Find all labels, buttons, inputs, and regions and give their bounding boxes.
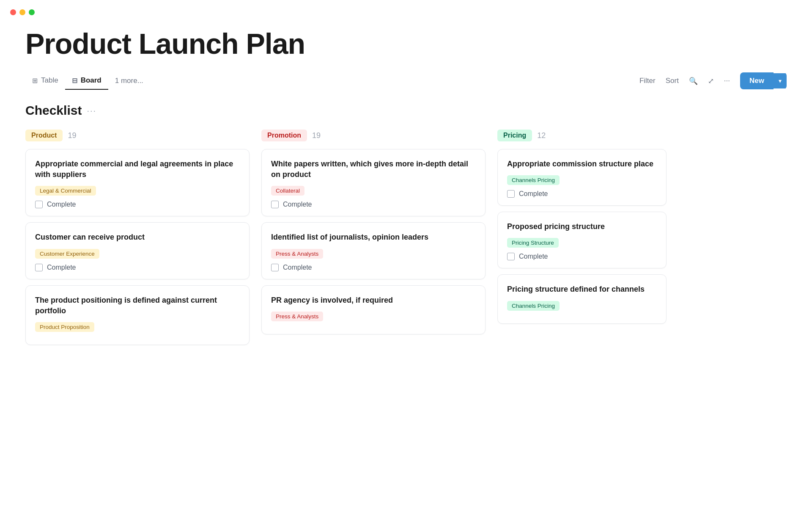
card-product-2-tag[interactable]: Customer Experience xyxy=(35,249,99,259)
card-promotion-3-tag[interactable]: Press & Analysts xyxy=(271,312,323,321)
card-promotion-2[interactable]: Identified list of journalists, opinion … xyxy=(261,222,486,279)
card-pricing-2-tag[interactable]: Pricing Structure xyxy=(507,238,559,248)
card-promotion-2-complete: Complete xyxy=(271,264,476,271)
product-tag[interactable]: Product xyxy=(25,130,63,141)
search-icon: 🔍 xyxy=(689,77,698,86)
card-product-3[interactable]: The product positioning is defined again… xyxy=(25,285,250,345)
new-dropdown-button[interactable]: ▾ xyxy=(774,73,787,88)
column-promotion: Promotion 19 White papers written, which… xyxy=(261,130,486,351)
expand-icon: ⤢ xyxy=(708,77,714,86)
card-product-2-checkbox[interactable] xyxy=(35,264,43,271)
traffic-lights xyxy=(0,0,812,15)
card-promotion-1[interactable]: White papers written, which gives more i… xyxy=(261,149,486,216)
expand-action[interactable]: ⤢ xyxy=(708,77,714,86)
card-pricing-3-title: Pricing structure defined for channels xyxy=(507,284,657,295)
card-product-1-tag[interactable]: Legal & Commercial xyxy=(35,186,96,196)
sort-action[interactable]: Sort xyxy=(666,77,679,85)
tab-table[interactable]: ⊞ Table xyxy=(25,72,65,90)
checklist-more-icon[interactable]: ··· xyxy=(87,106,96,116)
promotion-count: 19 xyxy=(312,131,321,140)
column-product: Product 19 Appropriate commercial and le… xyxy=(25,130,250,351)
card-pricing-1[interactable]: Appropriate commission structure place C… xyxy=(497,149,667,206)
tab-more[interactable]: 1 more... xyxy=(108,72,150,89)
ellipsis-icon: ··· xyxy=(724,77,730,85)
card-pricing-2-checkbox[interactable] xyxy=(507,253,515,260)
card-product-1[interactable]: Appropriate commercial and legal agreeme… xyxy=(25,149,250,216)
card-pricing-3-tag[interactable]: Channels Pricing xyxy=(507,301,560,311)
card-promotion-1-title: White papers written, which gives more i… xyxy=(271,159,476,180)
card-promotion-1-tag[interactable]: Collateral xyxy=(271,186,304,196)
card-promotion-2-title: Identified list of journalists, opinion … xyxy=(271,232,476,243)
card-product-1-complete: Complete xyxy=(35,201,240,208)
more-options-action[interactable]: ··· xyxy=(724,77,730,85)
card-promotion-2-complete-label: Complete xyxy=(283,264,312,271)
card-product-1-complete-label: Complete xyxy=(47,201,76,208)
card-pricing-1-checkbox[interactable] xyxy=(507,190,515,198)
card-product-1-title: Appropriate commercial and legal agreeme… xyxy=(35,159,240,180)
card-pricing-3[interactable]: Pricing structure defined for channels C… xyxy=(497,274,667,323)
filter-label: Filter xyxy=(639,77,656,85)
search-action[interactable]: 🔍 xyxy=(689,77,698,86)
card-pricing-2-complete-label: Complete xyxy=(519,253,548,260)
page-title: Product Launch Plan xyxy=(0,15,812,60)
card-product-2[interactable]: Customer can receive product Customer Ex… xyxy=(25,222,250,279)
checklist-header: Checklist ··· xyxy=(25,103,787,118)
card-product-3-tag[interactable]: Product Proposition xyxy=(35,322,94,332)
promotion-tag[interactable]: Promotion xyxy=(261,130,307,141)
product-count: 19 xyxy=(68,131,76,140)
pricing-tag[interactable]: Pricing xyxy=(497,130,532,141)
card-product-2-title: Customer can receive product xyxy=(35,232,240,243)
card-pricing-1-title: Appropriate commission structure place xyxy=(507,159,657,169)
card-promotion-3[interactable]: PR agency is involved, if required Press… xyxy=(261,285,486,334)
column-pricing-header: Pricing 12 xyxy=(497,130,667,141)
card-pricing-1-tag[interactable]: Channels Pricing xyxy=(507,175,560,185)
card-product-2-complete: Complete xyxy=(35,264,240,271)
checklist-section: Checklist ··· xyxy=(0,90,812,118)
card-pricing-1-complete-label: Complete xyxy=(519,190,548,198)
card-promotion-1-complete: Complete xyxy=(271,201,476,208)
pricing-count: 12 xyxy=(537,131,546,140)
column-promotion-header: Promotion 19 xyxy=(261,130,486,141)
board-icon: ⊟ xyxy=(72,77,77,85)
card-promotion-1-complete-label: Complete xyxy=(283,201,312,208)
filter-action[interactable]: Filter xyxy=(639,77,656,85)
tab-board-label: Board xyxy=(81,76,102,85)
tab-table-label: Table xyxy=(41,76,58,85)
card-pricing-1-complete: Complete xyxy=(507,190,657,198)
table-icon: ⊞ xyxy=(32,77,38,85)
column-product-header: Product 19 xyxy=(25,130,250,141)
sort-label: Sort xyxy=(666,77,679,85)
card-promotion-3-title: PR agency is involved, if required xyxy=(271,295,476,306)
traffic-light-red[interactable] xyxy=(10,9,16,15)
card-promotion-1-checkbox[interactable] xyxy=(271,201,279,208)
tab-board[interactable]: ⊟ Board xyxy=(65,72,108,90)
card-promotion-2-checkbox[interactable] xyxy=(271,264,279,271)
checklist-title: Checklist xyxy=(25,103,82,118)
card-pricing-2-title: Proposed pricing structure xyxy=(507,221,657,232)
board: Product 19 Appropriate commercial and le… xyxy=(0,130,812,351)
card-pricing-2-complete: Complete xyxy=(507,253,657,260)
toolbar: ⊞ Table ⊟ Board 1 more... Filter Sort 🔍 … xyxy=(0,60,812,90)
card-promotion-2-tag[interactable]: Press & Analysts xyxy=(271,249,323,259)
card-pricing-2[interactable]: Proposed pricing structure Pricing Struc… xyxy=(497,212,667,268)
toolbar-right: Filter Sort 🔍 ⤢ ··· New ▾ xyxy=(639,72,787,89)
card-product-2-complete-label: Complete xyxy=(47,264,76,271)
card-product-3-title: The product positioning is defined again… xyxy=(35,295,240,316)
new-button-group: New ▾ xyxy=(740,72,787,89)
traffic-light-yellow[interactable] xyxy=(19,9,25,15)
column-pricing: Pricing 12 Appropriate commission struct… xyxy=(497,130,667,351)
traffic-light-green[interactable] xyxy=(29,9,35,15)
card-product-1-checkbox[interactable] xyxy=(35,201,43,208)
new-button[interactable]: New xyxy=(740,72,774,89)
